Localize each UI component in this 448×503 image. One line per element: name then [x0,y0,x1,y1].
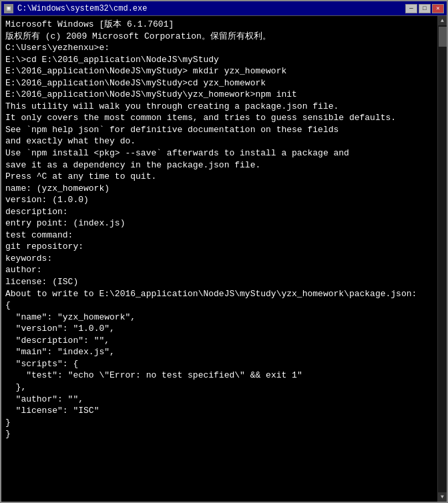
terminal-content: Microsoft Windows [版本 6.1.7601]版权所有 (c) … [5,19,443,440]
terminal-body: Microsoft Windows [版本 6.1.7601]版权所有 (c) … [1,16,447,502]
scroll-up-arrow[interactable]: ▲ [438,16,447,25]
scrollbar[interactable]: ▲ ▼ [437,16,447,502]
terminal-line: } [5,428,432,440]
terminal-line: name: (yzx_homework) [5,183,432,195]
terminal-line: description: [5,206,432,218]
terminal-line: "version": "1.0.0", [5,323,432,335]
terminal-line: E:\2016_application\NodeJS\myStudy\yzx_h… [5,89,432,101]
scrollbar-thumb[interactable] [439,27,447,47]
terminal-line: It only covers the most common items, an… [5,112,432,124]
title-bar-buttons: ─ □ ✕ [405,4,444,13]
title-bar-left: ▣ C:\Windows\system32\cmd.exe [4,4,147,13]
terminal-line: save it as a dependency in the package.j… [5,159,432,171]
maximize-button[interactable]: □ [419,4,431,13]
terminal-line: Microsoft Windows [版本 6.1.7601] [5,19,432,31]
terminal-line: E:\2016_application\NodeJS\myStudy> mkdi… [5,65,432,77]
close-button[interactable]: ✕ [432,4,444,13]
terminal-line: "scripts": { [5,358,432,370]
terminal-line: test command: [5,229,432,241]
window-icon: ▣ [4,4,13,13]
terminal-line: "main": "index.js", [5,346,432,358]
terminal-line: }, [5,382,432,394]
terminal-line: See `npm help json` for definitive docum… [5,124,432,136]
terminal-line: license: (ISC) [5,276,432,288]
terminal-line: } [5,417,432,429]
window-title: C:\Windows\system32\cmd.exe [17,4,147,13]
terminal-line: About to write to E:\2016_application\No… [5,288,432,300]
terminal-line: "description": "", [5,335,432,347]
minimize-button[interactable]: ─ [405,4,417,13]
terminal-line: version: (1.0.0) [5,194,432,206]
terminal-line: "author": "", [5,394,432,406]
terminal-line: "license": "ISC" [5,405,432,417]
terminal-line: E:\>cd E:\2016_application\NodeJS\myStud… [5,54,432,66]
terminal-line: author: [5,264,432,276]
cmd-window: ▣ C:\Windows\system32\cmd.exe ─ □ ✕ Micr… [0,0,448,503]
terminal-line: Use `npm install <pkg> --save` afterward… [5,147,432,159]
terminal-line: E:\2016_application\NodeJS\myStudy>cd yz… [5,77,432,89]
terminal-line: git repository: [5,241,432,253]
terminal-line: { [5,300,432,312]
terminal-line: Press ^C at any time to quit. [5,171,432,183]
terminal-line: 版权所有 (c) 2009 Microsoft Corporation。保留所有… [5,31,432,43]
terminal-line: "name": "yzx_homework", [5,312,432,324]
title-bar: ▣ C:\Windows\system32\cmd.exe ─ □ ✕ [1,1,447,16]
scroll-down-arrow[interactable]: ▼ [438,492,447,502]
terminal-line: This utility will walk you through creat… [5,101,432,113]
terminal-line: entry point: (index.js) [5,217,432,229]
terminal-line: keywords: [5,253,432,265]
terminal-line: C:\Users\yezhenxu>e: [5,42,432,54]
terminal-line: and exactly what they do. [5,135,432,147]
terminal-line: "test": "echo \"Error: no test specified… [5,370,432,382]
